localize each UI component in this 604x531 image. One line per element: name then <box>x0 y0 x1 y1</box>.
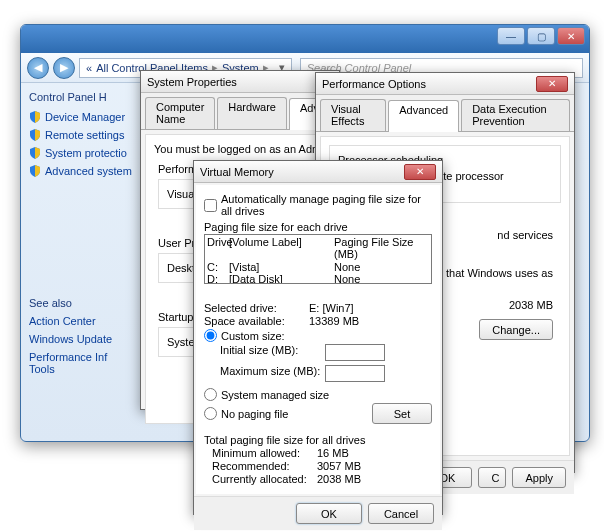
dialog-titlebar: System Properties <box>141 71 339 93</box>
maximize-button[interactable]: ▢ <box>527 27 555 45</box>
sidebar-item-system-protection[interactable]: System protectio <box>29 147 133 159</box>
tab-advanced[interactable]: Advanced <box>388 100 459 132</box>
sidebar-item-label: Device Manager <box>45 111 125 123</box>
see-also-section: See also Action Center Windows Update Pe… <box>29 297 133 375</box>
dialog-footer: OK Cancel <box>194 496 442 530</box>
change-button[interactable]: Change... <box>479 319 553 340</box>
apply-button[interactable]: Apply <box>512 467 566 488</box>
cancel-button[interactable]: Cancel <box>368 503 434 524</box>
space-available-value: 13389 MB <box>309 315 359 327</box>
system-managed-label: System managed size <box>221 389 329 401</box>
shield-icon <box>29 147 41 159</box>
seealso-performance-info[interactable]: Performance Inf Tools <box>29 351 133 375</box>
close-icon[interactable]: ✕ <box>404 164 436 180</box>
virtual-memory-dialog: Virtual Memory ✕ Automatically manage pa… <box>193 160 443 515</box>
admin-note-text: You must be logged on as an Administra <box>154 143 326 155</box>
selected-drive-label: Selected drive: <box>204 302 309 314</box>
recommended-value: 3057 MB <box>317 460 361 472</box>
see-also-heading: See also <box>29 297 133 309</box>
shield-icon <box>29 111 41 123</box>
close-icon[interactable]: ✕ <box>536 76 568 92</box>
selected-drive-value: E: [Win7] <box>309 302 354 314</box>
recommended-label: Recommended: <box>212 460 317 472</box>
maximum-size-input[interactable] <box>325 365 385 382</box>
custom-size-radio[interactable]: Custom size: <box>204 329 432 342</box>
initial-size-label: Initial size (MB): <box>220 344 325 361</box>
initial-size-input[interactable] <box>325 344 385 361</box>
sidebar-item-advanced-system[interactable]: Advanced system <box>29 165 133 177</box>
minimum-allowed-label: Minimum allowed: <box>212 447 317 459</box>
minimum-allowed-value: 16 MB <box>317 447 349 459</box>
forward-button[interactable]: ▶ <box>53 57 75 79</box>
space-available-label: Space available: <box>204 315 309 327</box>
shield-icon <box>29 165 41 177</box>
sidebar-item-label: Advanced system <box>45 165 132 177</box>
currently-allocated-value: 2038 MB <box>317 473 361 485</box>
tab-bar: Visual Effects Advanced Data Execution P… <box>316 95 574 132</box>
system-managed-radio[interactable]: System managed size <box>204 388 432 401</box>
drive-list-heading: Paging file size for each drive <box>204 221 432 233</box>
minimize-button[interactable]: — <box>497 27 525 45</box>
cancel-button[interactable]: C <box>478 467 506 488</box>
maximum-size-label: Maximum size (MB): <box>220 365 325 382</box>
dialog-title: Performance Options <box>322 78 426 90</box>
no-paging-radio[interactable]: No paging file <box>204 407 288 420</box>
seealso-action-center[interactable]: Action Center <box>29 315 133 327</box>
vm-total-value: 2038 MB <box>509 299 553 311</box>
vm-fragment-text: k that Windows uses as <box>437 267 553 279</box>
dialog-titlebar: Performance Options ✕ <box>316 73 574 95</box>
sidebar-item-device-manager[interactable]: Device Manager <box>29 111 133 123</box>
window-titlebar: — ▢ ✕ <box>21 25 589 53</box>
sidebar-item-label: System protectio <box>45 147 127 159</box>
drive-row[interactable]: C: [Vista] None <box>205 261 431 273</box>
total-paging-heading: Total paging file size for all drives <box>204 434 432 446</box>
currently-allocated-label: Currently allocated: <box>212 473 317 485</box>
custom-size-input[interactable] <box>204 329 217 342</box>
dialog-title: Virtual Memory <box>200 166 274 178</box>
sidebar-item-remote-settings[interactable]: Remote settings <box>29 129 133 141</box>
tab-bar: Computer Name Hardware Advanced <box>141 93 339 130</box>
seealso-windows-update[interactable]: Windows Update <box>29 333 133 345</box>
back-button[interactable]: ◀ <box>27 57 49 79</box>
sidebar-heading: Control Panel H <box>29 91 133 103</box>
drive-row[interactable]: D: [Data Disk] None <box>205 273 431 284</box>
tab-visual-effects[interactable]: Visual Effects <box>320 99 386 131</box>
drive-list[interactable]: Drive [Volume Label] Paging File Size (M… <box>204 234 432 284</box>
system-managed-input[interactable] <box>204 388 217 401</box>
dialog-title: System Properties <box>147 76 237 88</box>
shield-icon <box>29 129 41 141</box>
set-button[interactable]: Set <box>372 403 432 424</box>
breadcrumb-prefix-icon: « <box>86 62 92 74</box>
ok-button[interactable]: OK <box>296 503 362 524</box>
dialog-titlebar[interactable]: Virtual Memory ✕ <box>194 161 442 183</box>
sidebar-item-label: Remote settings <box>45 129 124 141</box>
auto-manage-checkbox[interactable]: Automatically manage paging file size fo… <box>204 193 432 217</box>
close-button[interactable]: ✕ <box>557 27 585 45</box>
sidebar: Control Panel H Device Manager Remote se… <box>21 83 141 441</box>
tab-hardware[interactable]: Hardware <box>217 97 287 129</box>
auto-manage-input[interactable] <box>204 199 217 212</box>
no-paging-label: No paging file <box>221 408 288 420</box>
custom-size-label: Custom size: <box>221 330 285 342</box>
vm-fragment-text: nd services <box>497 229 553 241</box>
auto-manage-label: Automatically manage paging file size fo… <box>221 193 432 217</box>
no-paging-input[interactable] <box>204 407 217 420</box>
tab-computer-name[interactable]: Computer Name <box>145 97 215 129</box>
drive-list-header: Drive [Volume Label] Paging File Size (M… <box>205 235 431 261</box>
tab-dep[interactable]: Data Execution Prevention <box>461 99 570 131</box>
